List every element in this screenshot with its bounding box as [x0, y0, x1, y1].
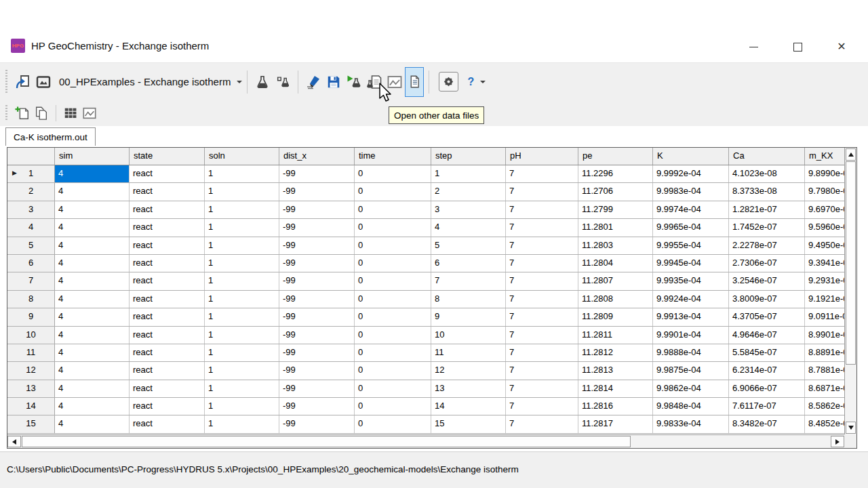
- table-cell-m_KX[interactable]: 8.9901e-0: [805, 327, 844, 344]
- table-cell-Ca[interactable]: 7.6117e-07: [729, 398, 805, 415]
- table-cell-state[interactable]: react: [130, 219, 205, 236]
- table-cell-pH[interactable]: 7: [506, 415, 578, 432]
- table-cell-state[interactable]: react: [130, 183, 205, 200]
- table-cell-step[interactable]: 5: [431, 237, 506, 254]
- table-cell-sim[interactable]: 4: [55, 327, 130, 344]
- maximize-button[interactable]: [786, 37, 809, 57]
- table-cell-dist_x[interactable]: -99: [279, 380, 355, 397]
- table-cell-sim[interactable]: 4: [55, 201, 130, 218]
- scroll-right-button[interactable]: [831, 436, 844, 447]
- table-cell-sim[interactable]: 4: [55, 362, 130, 379]
- table-cell-Ca[interactable]: 4.3705e-07: [729, 308, 805, 325]
- table-cell-m_KX[interactable]: 8.8891e-0: [805, 344, 844, 361]
- table-cell-step[interactable]: 10: [431, 327, 506, 344]
- table-cell-m_KX[interactable]: 9.6970e-0: [805, 201, 844, 218]
- horizontal-scroll-thumb[interactable]: [22, 436, 631, 447]
- table-cell-time[interactable]: 0: [355, 255, 431, 272]
- table-cell-Ca[interactable]: 1.2821e-07: [729, 201, 805, 218]
- table-cell-sim[interactable]: 4: [55, 344, 130, 361]
- table-cell-dist_x[interactable]: -99: [279, 344, 355, 361]
- table-cell-pe[interactable]: 11.2812: [578, 344, 653, 361]
- open-data-files-button[interactable]: [405, 67, 424, 97]
- open-project-button[interactable]: [13, 68, 33, 96]
- column-header-dist_x[interactable]: dist_x: [279, 148, 355, 165]
- copy-page-button[interactable]: [32, 103, 51, 123]
- table-cell-step[interactable]: 15: [431, 415, 506, 432]
- help-dropdown-icon[interactable]: [480, 81, 486, 83]
- table-cell-sim[interactable]: 4: [55, 219, 130, 236]
- column-header-pH[interactable]: pH: [506, 148, 578, 165]
- table-cell-m_KX[interactable]: 8.7881e-0: [805, 362, 844, 379]
- table-cell-pH[interactable]: 7: [506, 272, 578, 289]
- table-cell-soln[interactable]: 1: [205, 165, 279, 182]
- table-cell-K[interactable]: 9.9888e-04: [653, 344, 729, 361]
- table-cell-pH[interactable]: 7: [506, 255, 578, 272]
- table-cell-K[interactable]: 9.9924e-04: [653, 291, 729, 308]
- row-header[interactable]: 15: [7, 415, 55, 432]
- close-button[interactable]: ✕: [830, 37, 853, 57]
- column-header-time[interactable]: time: [355, 148, 431, 165]
- table-cell-K[interactable]: 9.9848e-04: [653, 398, 729, 415]
- horizontal-scrollbar[interactable]: [7, 434, 844, 448]
- table-cell-m_KX[interactable]: 9.0911e-0: [805, 308, 844, 325]
- table-cell-time[interactable]: 0: [355, 398, 431, 415]
- table-cell-pH[interactable]: 7: [506, 183, 578, 200]
- table-cell-state[interactable]: react: [130, 308, 205, 325]
- table-cell-dist_x[interactable]: -99: [279, 201, 355, 218]
- table-cell-Ca[interactable]: 2.2278e-07: [729, 237, 805, 254]
- table-cell-state[interactable]: react: [130, 380, 205, 397]
- row-header[interactable]: 2: [7, 183, 55, 200]
- column-header-sim[interactable]: sim: [55, 148, 130, 165]
- table-cell-soln[interactable]: 1: [205, 308, 279, 325]
- table-cell-state[interactable]: react: [130, 415, 205, 432]
- table-cell-sim[interactable]: 4: [55, 255, 130, 272]
- table-cell-state[interactable]: react: [130, 255, 205, 272]
- table-cell-soln[interactable]: 1: [205, 380, 279, 397]
- table-cell-pH[interactable]: 7: [506, 237, 578, 254]
- table-cell-step[interactable]: 12: [431, 362, 506, 379]
- table-cell-step[interactable]: 4: [431, 219, 506, 236]
- column-header-K[interactable]: K: [653, 148, 729, 165]
- row-header[interactable]: 10: [7, 327, 55, 344]
- table-cell-pH[interactable]: 7: [506, 362, 578, 379]
- row-header[interactable]: 13: [7, 380, 55, 397]
- table-cell-state[interactable]: react: [130, 327, 205, 344]
- table-cell-soln[interactable]: 1: [205, 183, 279, 200]
- table-cell-step[interactable]: 6: [431, 255, 506, 272]
- table-cell-state[interactable]: react: [130, 362, 205, 379]
- table-cell-pH[interactable]: 7: [506, 291, 578, 308]
- row-header[interactable]: 7: [7, 272, 55, 289]
- table-cell-K[interactable]: 9.9875e-04: [653, 362, 729, 379]
- column-header-state[interactable]: state: [130, 148, 205, 165]
- table-cell-pe[interactable]: 11.2811: [578, 327, 653, 344]
- table-cell-step[interactable]: 3: [431, 201, 506, 218]
- toolbar-grip[interactable]: [5, 70, 7, 94]
- row-header[interactable]: 8: [7, 291, 55, 308]
- scroll-up-button[interactable]: [846, 148, 856, 161]
- table-cell-sim[interactable]: 4: [55, 308, 130, 325]
- table-cell-pH[interactable]: 7: [506, 201, 578, 218]
- table-cell-step[interactable]: 8: [431, 291, 506, 308]
- row-header[interactable]: 4: [7, 219, 55, 236]
- table-cell-sim[interactable]: 4: [55, 415, 130, 432]
- scroll-down-button[interactable]: [846, 422, 856, 434]
- table-cell-step[interactable]: 11: [431, 344, 506, 361]
- table-cell-step[interactable]: 13: [431, 380, 506, 397]
- table-cell-m_KX[interactable]: 9.3941e-0: [805, 255, 844, 272]
- row-header[interactable]: 14: [7, 398, 55, 415]
- table-cell-dist_x[interactable]: -99: [279, 183, 355, 200]
- column-header-Ca[interactable]: Ca: [729, 148, 805, 165]
- table-cell-pH[interactable]: 7: [506, 344, 578, 361]
- table-cell-dist_x[interactable]: -99: [279, 415, 355, 432]
- table-cell-m_KX[interactable]: 9.5960e-0: [805, 219, 844, 236]
- table-cell-dist_x[interactable]: -99: [279, 327, 355, 344]
- table-cell-K[interactable]: 9.9862e-04: [653, 380, 729, 397]
- table-cell-state[interactable]: react: [130, 398, 205, 415]
- row-header[interactable]: 9: [7, 308, 55, 325]
- table-cell-dist_x[interactable]: -99: [279, 219, 355, 236]
- help-button[interactable]: ?: [467, 76, 474, 88]
- table-cell-soln[interactable]: 1: [205, 415, 279, 432]
- table-cell-K[interactable]: 9.9913e-04: [653, 308, 729, 325]
- row-header[interactable]: 3: [7, 201, 55, 218]
- table-cell-soln[interactable]: 1: [205, 344, 279, 361]
